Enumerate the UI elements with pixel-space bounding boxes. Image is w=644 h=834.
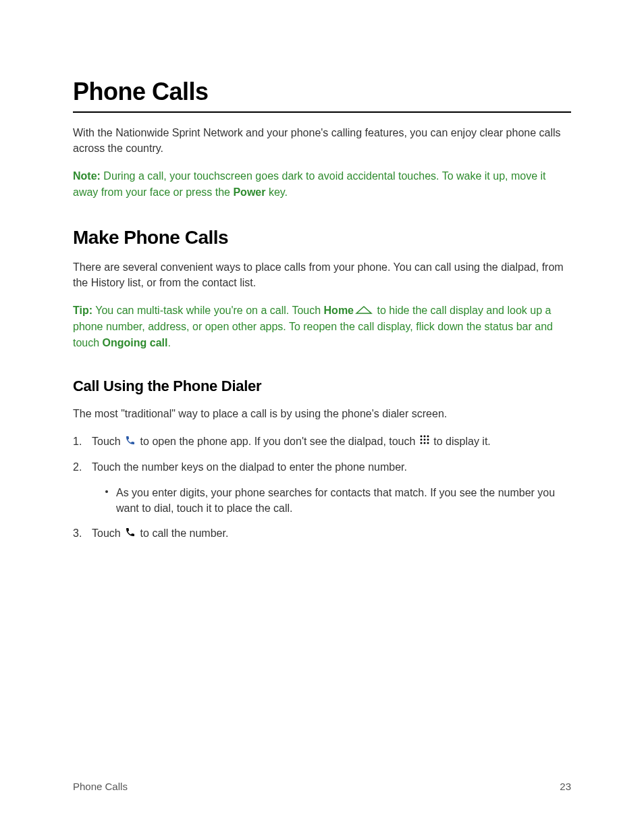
tip-paragraph: Tip: You can multi-task while you're on … (73, 303, 571, 350)
step-1-text-c: to display it. (431, 436, 491, 447)
tip-bold-home: Home (324, 305, 354, 316)
tip-text-3: . (167, 337, 170, 348)
tip-label: Tip: (73, 305, 92, 316)
svg-point-0 (420, 436, 422, 438)
svg-point-6 (420, 442, 422, 444)
note-text-2: key. (265, 186, 288, 198)
phone-handset-icon (125, 434, 136, 450)
step-1-text-b: to open the phone app. If you don't see … (137, 436, 419, 447)
step-2-text: Touch the number keys on the dialpad to … (92, 461, 407, 473)
steps-list: Touch to open the phone app. If you don'… (73, 434, 571, 542)
footer-left: Phone Calls (73, 781, 128, 792)
dialpad-icon (420, 434, 429, 450)
svg-point-8 (427, 442, 429, 444)
note-label: Note: (73, 170, 101, 182)
svg-point-3 (420, 439, 422, 441)
svg-point-5 (427, 439, 429, 441)
intro-paragraph: With the Nationwide Sprint Network and y… (73, 125, 571, 156)
note-text-1: During a call, your touchscreen goes dar… (73, 170, 546, 197)
page-title: Phone Calls (73, 78, 571, 113)
svg-point-4 (423, 439, 425, 441)
note-paragraph: Note: During a call, your touchscreen go… (73, 168, 571, 199)
step-1: Touch to open the phone app. If you don'… (73, 434, 571, 450)
subsection-call-using-dialer-intro: The most "traditional" way to place a ca… (73, 406, 571, 421)
home-icon (355, 303, 373, 319)
note-bold-1: Power (233, 186, 265, 198)
tip-bold-ongoing: Ongoing call (103, 337, 168, 348)
section-make-phone-calls-title: Make Phone Calls (73, 227, 571, 249)
step-3-text-b: to call the number. (137, 527, 228, 539)
subsection-call-using-dialer-title: Call Using the Phone Dialer (73, 377, 571, 395)
svg-point-7 (423, 442, 425, 444)
step-2-sublist: As you enter digits, your phone searches… (92, 485, 571, 516)
svg-point-2 (427, 436, 429, 438)
phone-call-icon (125, 526, 136, 542)
footer-right-page-number: 23 (560, 781, 571, 792)
tip-text-1: You can multi-task while you're on a cal… (92, 305, 324, 316)
step-2: Touch the number keys on the dialpad to … (73, 459, 571, 516)
step-1-text-a: Touch (92, 436, 124, 447)
step-2-sub-item: As you enter digits, your phone searches… (105, 485, 571, 516)
page-footer: Phone Calls 23 (73, 781, 571, 792)
step-3-text-a: Touch (92, 527, 124, 539)
step-3: Touch to call the number. (73, 525, 571, 542)
svg-point-1 (423, 436, 425, 438)
section-make-phone-calls-intro: There are several convenient ways to pla… (73, 259, 571, 290)
